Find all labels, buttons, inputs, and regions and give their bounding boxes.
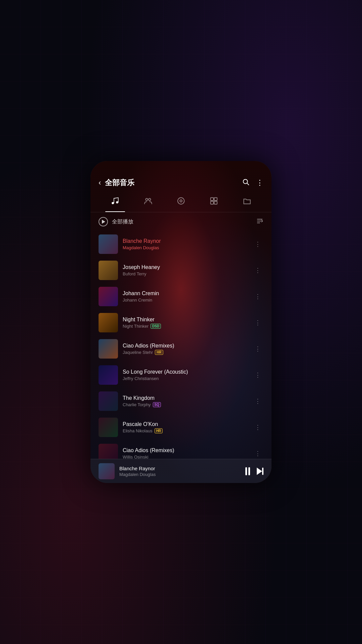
tab-folders[interactable] [231,193,263,212]
list-item[interactable]: Night Thinker Night Thinker DSD ⋮ [90,310,272,336]
song-meta: Elisha Nikolaus HR [123,428,247,433]
svg-point-4 [145,198,148,201]
header-icons: ⋮ [242,178,263,187]
play-all-bar: 全部播放 [90,212,272,231]
song-title: Joseph Heaney [123,264,247,270]
song-meta: Jaqueline Stehr HR [123,350,247,355]
song-more-button[interactable]: ⋮ [252,239,263,249]
svg-point-6 [178,198,184,204]
song-info: Johann Cremin Johann Cremin [123,290,247,303]
song-thumb [99,391,118,411]
song-info: Ciao Adios (Remixes) Willis Osinski [123,447,247,459]
list-item[interactable]: Johann Cremin Johann Cremin ⋮ [90,283,272,310]
song-artist: Charlie Torphy [123,402,151,407]
now-playing-thumb [99,463,115,479]
song-info: The Kingdom Charlie Torphy SQ [123,395,247,407]
song-thumb [99,234,118,254]
song-info: Blanche Raynor Magdalen Douglas [123,238,247,250]
svg-rect-11 [215,201,218,204]
svg-point-5 [148,198,151,201]
page-title: 全部音乐 [105,178,238,188]
tab-songs[interactable] [99,193,131,212]
song-thumb [99,365,118,385]
song-more-button[interactable]: ⋮ [252,370,263,380]
song-info: Joseph Heaney Buford Terry [123,264,247,276]
song-thumb [99,313,118,332]
song-title: Night Thinker [123,317,247,323]
song-more-button[interactable]: ⋮ [252,291,263,302]
svg-rect-9 [215,198,218,201]
song-more-button[interactable]: ⋮ [252,396,263,406]
svg-point-7 [180,200,182,202]
header: ‹ 全部音乐 ⋮ [90,161,272,193]
list-item[interactable]: Pascale O'Kon Elisha Nikolaus HR ⋮ [90,414,272,440]
list-item[interactable]: Blanche Raynor Magdalen Douglas ⋮ [90,231,272,257]
song-title: Ciao Adios (Remixes) [123,447,247,453]
song-title: Blanche Raynor [123,238,247,244]
song-title: Ciao Adios (Remixes) [123,343,247,349]
song-artist: Willis Osinski [123,454,148,459]
song-artist: Jaqueline Stehr [123,350,153,355]
svg-line-1 [247,183,249,185]
quality-badge: DSD [150,324,161,329]
song-artist: Buford Terry [123,271,146,276]
song-artist: Magdalen Douglas [123,245,159,250]
song-meta: Willis Osinski [123,454,247,459]
sort-icon[interactable] [256,217,263,226]
song-title: The Kingdom [123,395,247,401]
tab-artists[interactable] [131,193,164,212]
playlists-tab-icon [209,197,218,207]
svg-rect-10 [211,201,214,204]
now-playing-artist: Magdalen Douglas [119,472,241,477]
next-button[interactable] [257,468,263,475]
song-info: Night Thinker Night Thinker DSD [123,317,247,329]
song-more-button[interactable]: ⋮ [252,344,263,354]
play-all-label: 全部播放 [112,218,252,225]
tab-playlists[interactable] [197,193,230,212]
song-artist: Elisha Nikolaus [123,428,153,433]
search-icon[interactable] [242,178,249,187]
svg-point-3 [116,201,118,204]
song-thumb [99,287,118,306]
albums-tab-icon [177,197,185,207]
song-more-button[interactable]: ⋮ [252,318,263,328]
song-title: So Long Forever (Acoustic) [123,369,247,375]
list-item[interactable]: The Kingdom Charlie Torphy SQ ⋮ [90,388,272,414]
artists-tab-icon [144,197,153,207]
song-list: Blanche Raynor Magdalen Douglas ⋮ Joseph… [90,231,272,459]
song-more-button[interactable]: ⋮ [252,448,263,459]
now-playing-controls [245,467,263,475]
svg-point-2 [112,202,114,204]
quality-badge: SQ [153,402,161,407]
quality-badge: HR [155,428,163,433]
back-button[interactable]: ‹ [99,178,101,187]
play-all-button[interactable] [99,217,108,226]
tab-albums[interactable] [165,193,197,212]
next-icon [257,468,263,475]
now-playing-title: Blanche Raynor [119,466,241,471]
song-meta: Buford Terry [123,271,247,276]
list-item[interactable]: Ciao Adios (Remixes) Willis Osinski ⋮ [90,440,272,459]
song-artist: Night Thinker [123,324,148,329]
songs-tab-icon [111,197,119,207]
song-info: Pascale O'Kon Elisha Nikolaus HR [123,421,247,433]
song-info: Ciao Adios (Remixes) Jaqueline Stehr HR [123,343,247,355]
song-more-button[interactable]: ⋮ [252,422,263,432]
nav-tabs [90,193,272,212]
list-item[interactable]: So Long Forever (Acoustic) Jeffry Christ… [90,362,272,388]
list-item[interactable]: Ciao Adios (Remixes) Jaqueline Stehr HR … [90,336,272,362]
song-title: Johann Cremin [123,290,247,297]
song-meta: Johann Cremin [123,298,247,303]
pause-button[interactable] [245,467,250,475]
song-thumb [99,418,118,437]
song-artist: Johann Cremin [123,298,152,303]
more-icon[interactable]: ⋮ [256,178,263,187]
song-thumb [99,261,118,280]
list-item[interactable]: Joseph Heaney Buford Terry ⋮ [90,257,272,283]
song-info: So Long Forever (Acoustic) Jeffry Christ… [123,369,247,381]
song-thumb [99,444,118,459]
song-meta: Jeffry Christiansen [123,376,247,381]
song-more-button[interactable]: ⋮ [252,265,263,275]
svg-rect-8 [211,198,214,201]
song-meta: Night Thinker DSD [123,324,247,329]
